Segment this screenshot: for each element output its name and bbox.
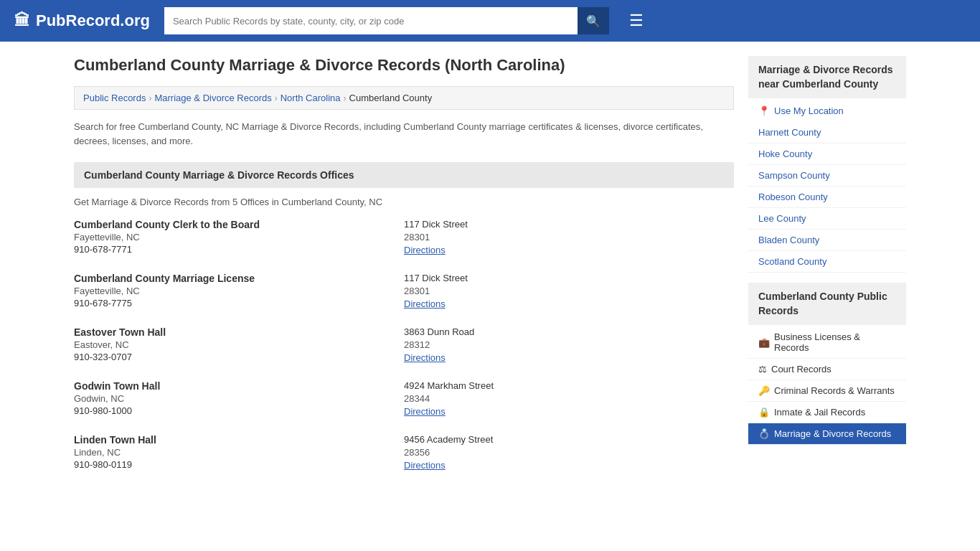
office-item: Cumberland County Clerk to the Board 117…	[74, 219, 734, 255]
search-input[interactable]	[164, 7, 578, 34]
court-icon: ⚖	[758, 364, 767, 375]
lock-icon: 🔒	[758, 407, 770, 418]
office-item: Godwin Town Hall 4924 Markham Street God…	[74, 380, 734, 417]
menu-button[interactable]: ☰	[623, 9, 649, 33]
office-address: 9456 Academy Street	[404, 434, 734, 446]
sidebar-nearby-header: Marriage & Divorce Records near Cumberla…	[748, 56, 906, 98]
office-directions[interactable]: Directions	[404, 405, 734, 417]
sidebar-nearby-title: Marriage & Divorce Records near Cumberla…	[758, 63, 896, 91]
hoke-county-link[interactable]: Hoke County	[758, 149, 812, 159]
sidebar: Marriage & Divorce Records near Cumberla…	[748, 56, 906, 488]
content-area: Cumberland County Marriage & Divorce Rec…	[74, 56, 734, 488]
office-zip: 28312	[404, 339, 734, 350]
main-container: Cumberland County Marriage & Divorce Rec…	[60, 42, 920, 502]
use-my-location-label: Use My Location	[774, 105, 844, 116]
office-address: 117 Dick Street	[404, 273, 734, 284]
breadcrumb-sep-2: ›	[275, 93, 278, 103]
sidebar-item-lee[interactable]: Lee County	[748, 208, 906, 230]
lee-county-link[interactable]: Lee County	[758, 213, 806, 224]
briefcase-icon: 💼	[758, 337, 770, 348]
business-licenses-link[interactable]: Business Licenses & Records	[774, 331, 896, 353]
office-address: 3863 Dunn Road	[404, 326, 734, 338]
directions-link[interactable]: Directions	[404, 298, 446, 309]
directions-link[interactable]: Directions	[404, 245, 446, 255]
nearby-counties-list: Harnett County Hoke County Sampson Count…	[748, 122, 906, 273]
inmate-records-link[interactable]: Inmate & Jail Records	[774, 407, 865, 418]
criminal-records-link[interactable]: Criminal Records & Warrants	[774, 385, 895, 396]
office-zip: 28301	[404, 286, 734, 296]
directions-link[interactable]: Directions	[404, 460, 446, 471]
sidebar-item-marriage[interactable]: 💍 Marriage & Divorce Records	[748, 423, 906, 445]
offices-count: Get Marriage & Divorce Records from 5 Of…	[74, 197, 734, 207]
sidebar-item-harnett[interactable]: Harnett County	[748, 122, 906, 143]
office-name: Cumberland County Marriage License	[74, 273, 404, 284]
office-item: Cumberland County Marriage License 117 D…	[74, 273, 734, 309]
ring-icon: 💍	[758, 428, 770, 439]
office-phone: 910-323-0707	[74, 352, 404, 363]
office-phone: 910-678-7771	[74, 244, 404, 255]
bladen-county-link[interactable]: Bladen County	[758, 235, 819, 245]
office-directions[interactable]: Directions	[404, 459, 734, 471]
marriage-records-link[interactable]: Marriage & Divorce Records	[774, 428, 891, 439]
sidebar-item-hoke[interactable]: Hoke County	[748, 143, 906, 165]
sidebar-item-robeson[interactable]: Robeson County	[748, 187, 906, 208]
search-icon: 🔍	[586, 15, 600, 27]
sidebar-public-records-header: Cumberland County Public Records	[748, 283, 906, 325]
office-phone: 910-980-0119	[74, 459, 404, 471]
office-city: Fayetteville, NC	[74, 232, 404, 242]
directions-link[interactable]: Directions	[404, 352, 446, 363]
breadcrumb-north-carolina[interactable]: North Carolina	[281, 93, 341, 103]
office-directions[interactable]: Directions	[404, 244, 734, 255]
breadcrumb-current: Cumberland County	[349, 93, 433, 103]
office-name: Eastover Town Hall	[74, 326, 404, 338]
office-name: Godwin Town Hall	[74, 380, 404, 392]
key-icon: 🔑	[758, 385, 770, 396]
breadcrumb-sep-3: ›	[344, 93, 347, 103]
office-item: Eastover Town Hall 3863 Dunn Road Eastov…	[74, 326, 734, 363]
offices-section-header: Cumberland County Marriage & Divorce Rec…	[74, 162, 734, 188]
offices-list: Cumberland County Clerk to the Board 117…	[74, 219, 734, 471]
site-header: 🏛 PubRecord.org 🔍 ☰	[0, 0, 980, 42]
office-phone: 910-980-1000	[74, 405, 404, 417]
office-address: 117 Dick Street	[404, 219, 734, 230]
sidebar-item-court[interactable]: ⚖ Court Records	[748, 359, 906, 380]
directions-link[interactable]: Directions	[404, 406, 446, 417]
page-title: Cumberland County Marriage & Divorce Rec…	[74, 56, 734, 75]
office-item: Linden Town Hall 9456 Academy Street Lin…	[74, 434, 734, 471]
harnett-county-link[interactable]: Harnett County	[758, 127, 821, 138]
robeson-county-link[interactable]: Robeson County	[758, 192, 828, 202]
sidebar-item-bladen[interactable]: Bladen County	[748, 230, 906, 251]
site-logo[interactable]: 🏛 PubRecord.org	[14, 11, 150, 30]
sampson-county-link[interactable]: Sampson County	[758, 170, 830, 181]
office-directions[interactable]: Directions	[404, 352, 734, 363]
office-zip: 28344	[404, 393, 734, 404]
use-my-location[interactable]: 📍 Use My Location	[748, 100, 906, 122]
sidebar-item-inmate[interactable]: 🔒 Inmate & Jail Records	[748, 402, 906, 423]
page-description: Search for free Cumberland County, NC Ma…	[74, 120, 734, 148]
sidebar-item-business[interactable]: 💼 Business Licenses & Records	[748, 326, 906, 359]
sidebar-public-records: Cumberland County Public Records 💼 Busin…	[748, 283, 906, 445]
scotland-county-link[interactable]: Scotland County	[758, 256, 826, 267]
hamburger-icon: ☰	[629, 11, 644, 29]
location-pin-icon: 📍	[758, 105, 770, 116]
search-button[interactable]: 🔍	[578, 7, 609, 34]
office-phone: 910-678-7775	[74, 298, 404, 309]
office-city: Linden, NC	[74, 447, 404, 458]
office-city: Eastover, NC	[74, 339, 404, 350]
sidebar-item-sampson[interactable]: Sampson County	[748, 165, 906, 187]
office-directions[interactable]: Directions	[404, 298, 734, 309]
breadcrumb-marriage-divorce[interactable]: Marriage & Divorce Records	[154, 93, 271, 103]
breadcrumb-public-records[interactable]: Public Records	[83, 93, 146, 103]
office-city: Fayetteville, NC	[74, 286, 404, 296]
sidebar-item-scotland[interactable]: Scotland County	[748, 251, 906, 273]
office-name: Linden Town Hall	[74, 434, 404, 446]
breadcrumb: Public Records › Marriage & Divorce Reco…	[74, 86, 734, 110]
logo-text: PubRecord.org	[36, 11, 150, 30]
office-name: Cumberland County Clerk to the Board	[74, 219, 404, 230]
office-address: 4924 Markham Street	[404, 380, 734, 392]
breadcrumb-sep-1: ›	[149, 93, 151, 103]
sidebar-item-criminal[interactable]: 🔑 Criminal Records & Warrants	[748, 380, 906, 402]
court-records-link[interactable]: Court Records	[771, 364, 831, 375]
search-bar: 🔍	[164, 7, 609, 34]
sidebar-public-records-title: Cumberland County Public Records	[758, 290, 896, 318]
